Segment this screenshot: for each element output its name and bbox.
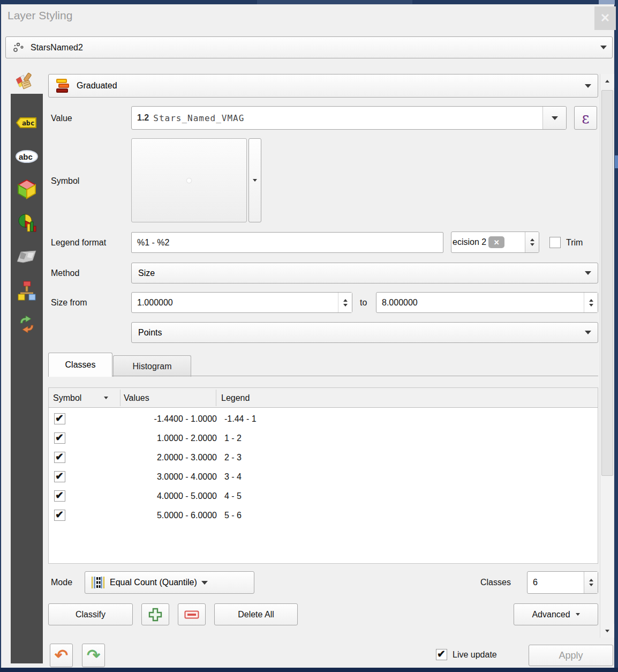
chevron-down-icon [576,613,580,616]
advanced-button[interactable]: Advanced [514,603,598,625]
symbol-preview-button[interactable] [131,138,247,222]
legend-format-input[interactable]: %1 - %2 [131,232,443,253]
close-button[interactable]: ✕ [594,6,616,30]
layer-selector-label: StarsNamed2 [31,43,600,53]
abc-balloon-icon: abc [15,150,39,165]
class-visibility-checkbox[interactable] [54,471,65,482]
table-row[interactable]: 5.0000 - 6.0000 5 - 6 [49,506,598,525]
class-visibility-checkbox[interactable] [54,490,65,502]
point-layer-icon [11,41,25,55]
sidebar-item-3d-view[interactable] [11,175,43,203]
value-expression-select[interactable]: 1.2 Stars_Named_VMAG [131,106,567,130]
table-header: Symbol Values Legend [49,388,598,408]
precision-spin-buttons[interactable] [525,232,539,252]
sidebar-item-callouts[interactable]: abc [11,143,43,171]
apply-button[interactable]: Apply [529,645,613,666]
legend-cell: 4 - 5 [224,487,242,506]
column-values-label: Values [124,393,149,403]
sidebar-item-labels[interactable]: abc [11,109,43,137]
vertical-scrollbar[interactable] [600,74,614,638]
column-divider [216,390,216,406]
svg-text:abc: abc [22,119,34,127]
size-to-spinbox[interactable]: 8.000000 [376,292,598,313]
scrollbar-thumb[interactable] [601,90,613,476]
styling-tab-bar: abc abc [11,94,43,663]
remove-class-button[interactable] [178,603,206,625]
precision-spinbox[interactable]: ecision 2 ✕ [451,232,539,253]
delete-all-label: Delete All [238,610,274,619]
mode-select[interactable]: Equal Count (Quantile) [85,571,254,594]
column-header-legend[interactable]: Legend [221,388,250,408]
renderer-label: Graduated [77,81,585,91]
size-from-spin-buttons[interactable] [338,293,352,312]
size-to-value: 8.000000 [382,298,584,308]
redo-button[interactable]: ↷ [82,644,105,667]
tab-classes-label: Classes [65,360,96,370]
expression-builder-button[interactable]: ε [574,106,597,130]
column-header-symbol[interactable]: Symbol [53,388,108,408]
sidebar-item-style-history[interactable] [11,277,43,305]
classes-count-label: Classes [480,578,511,587]
label-tag-icon: abc [16,116,38,130]
add-class-button[interactable] [141,603,169,625]
values-cell: 1.0000 - 2.0000 [120,429,217,448]
tab-classes[interactable]: Classes [48,353,112,377]
size-from-value: 1.000000 [137,298,338,308]
value-dropdown-segment[interactable] [542,107,566,129]
classes-spinbox[interactable]: 6 [527,571,598,594]
delete-all-button[interactable]: Delete All [214,603,298,625]
sidebar-item-history[interactable] [11,310,43,338]
chevron-down-icon [585,331,591,334]
spin-down-icon [589,304,593,307]
legend-format-label: Legend format [51,238,106,248]
unit-select[interactable]: Points [131,322,598,343]
clear-value-icon[interactable]: ✕ [488,236,504,248]
window-bottom-border [0,668,618,672]
sidebar-item-diagrams[interactable] [11,210,43,237]
class-visibility-checkbox[interactable] [54,452,65,463]
refresh-arrows-icon [17,315,36,334]
value-label: Value [51,114,72,123]
trim-checkbox[interactable] [549,237,561,248]
method-label: Method [51,268,79,278]
size-from-label: Size from [51,298,87,308]
table-row[interactable]: 1.0000 - 2.0000 1 - 2 [49,429,598,448]
undo-button[interactable]: ↶ [50,644,73,667]
class-visibility-checkbox[interactable] [54,413,65,424]
class-visibility-checkbox[interactable] [54,510,65,521]
chevron-down-icon [253,179,257,182]
sort-chevron-icon [104,397,108,399]
classes-count-value: 6 [533,578,584,587]
live-update-checkbox[interactable] [436,649,447,660]
class-visibility-checkbox[interactable] [54,432,65,444]
to-label: to [360,298,367,308]
chevron-down-icon [600,46,607,49]
size-to-spin-buttons[interactable] [584,293,598,312]
table-row[interactable]: 2.0000 - 3.0000 2 - 3 [49,448,598,467]
classify-button[interactable]: Classify [48,603,133,625]
classes-spin-buttons[interactable] [584,572,598,593]
scroll-down-button[interactable] [600,624,614,638]
scroll-down-icon [605,630,609,632]
chevron-down-icon [201,581,208,585]
table-row[interactable]: 4.0000 - 5.0000 4 - 5 [49,487,598,506]
sidebar-item-mask[interactable] [11,243,43,271]
table-row[interactable]: -1.4400 - 1.0000 -1.44 - 1 [49,409,598,429]
scroll-up-button[interactable] [600,74,614,88]
layer-selector[interactable]: StarsNamed2 [5,36,613,58]
renderer-select[interactable]: Graduated [48,74,598,98]
tab-histogram[interactable]: Histogram [113,355,191,377]
column-header-values[interactable]: Values [124,388,149,408]
tab-histogram-label: Histogram [133,362,172,371]
values-cell: 5.0000 - 6.0000 [120,506,217,525]
legend-format-value: %1 - %2 [137,238,169,248]
brush-tree-icon [16,280,37,302]
size-from-spinbox[interactable]: 1.000000 [131,292,352,313]
live-update-label: Live update [453,650,497,660]
sidebar-item-symbology[interactable] [10,71,43,93]
symbol-dropdown-button[interactable] [248,138,261,222]
values-cell: 3.0000 - 4.0000 [120,467,217,487]
tab-pane-border [48,376,598,376]
method-select[interactable]: Size [131,263,598,283]
table-row[interactable]: 3.0000 - 4.0000 3 - 4 [49,467,598,487]
